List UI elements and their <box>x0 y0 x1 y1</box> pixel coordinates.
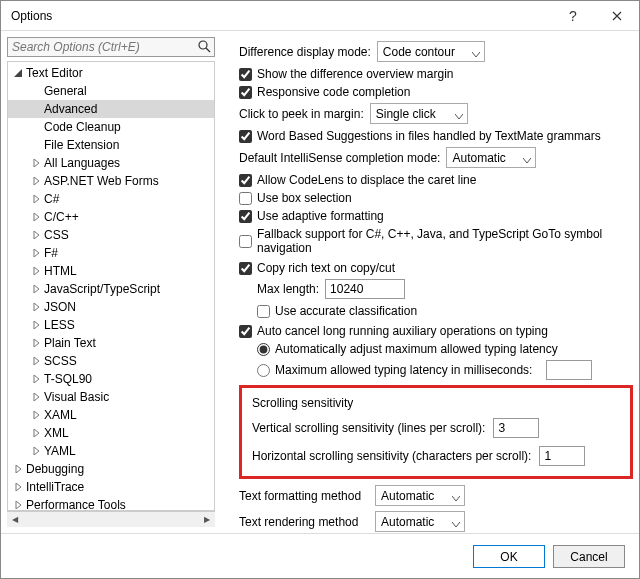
tree-node[interactable]: XML <box>8 424 214 442</box>
expand-icon[interactable] <box>30 157 42 169</box>
window-title: Options <box>11 9 551 23</box>
tree-node[interactable]: ASP.NET Web Forms <box>8 172 214 190</box>
collapse-icon[interactable] <box>12 67 24 79</box>
word-based-checkbox[interactable] <box>239 130 252 143</box>
chevron-down-icon <box>455 109 463 123</box>
tree-spacer <box>30 121 42 133</box>
tree-node[interactable]: HTML <box>8 262 214 280</box>
max-length-label: Max length: <box>257 282 319 296</box>
tree-node[interactable]: C# <box>8 190 214 208</box>
tree-node[interactable]: YAML <box>8 442 214 460</box>
expand-icon[interactable] <box>30 391 42 403</box>
expand-icon[interactable] <box>30 211 42 223</box>
click-peek-label: Click to peek in margin: <box>239 107 364 121</box>
scrolling-sensitivity-group: Scrolling sensitivity Vertical scrolling… <box>239 385 633 479</box>
tree-horizontal-scrollbar[interactable]: ◀ ▶ <box>7 511 215 527</box>
tree-node[interactable]: XAML <box>8 406 214 424</box>
tree-node-label: Advanced <box>44 102 97 116</box>
tree-node-label: All Languages <box>44 156 120 170</box>
max-length-input[interactable] <box>325 279 405 299</box>
tree-node-label: Code Cleanup <box>44 120 121 134</box>
adaptive-format-checkbox[interactable] <box>239 210 252 223</box>
tree-node-label: YAML <box>44 444 76 458</box>
tree-node[interactable]: Performance Tools <box>8 496 214 511</box>
intellisense-label: Default IntelliSense completion mode: <box>239 151 440 165</box>
tree-node[interactable]: F# <box>8 244 214 262</box>
close-button[interactable] <box>595 1 639 31</box>
tree-node[interactable]: JavaScript/TypeScript <box>8 280 214 298</box>
expand-icon[interactable] <box>30 193 42 205</box>
copy-rich-checkbox[interactable] <box>239 262 252 275</box>
tree-node[interactable]: LESS <box>8 316 214 334</box>
expand-icon[interactable] <box>30 175 42 187</box>
expand-icon[interactable] <box>30 265 42 277</box>
tree-node-label: JavaScript/TypeScript <box>44 282 160 296</box>
diff-mode-combo[interactable]: Code contour <box>377 41 485 62</box>
tree-node[interactable]: All Languages <box>8 154 214 172</box>
vscroll-label: Vertical scrolling sensitivity (lines pe… <box>252 421 485 435</box>
tree-node[interactable]: File Extension <box>8 136 214 154</box>
expand-icon[interactable] <box>30 247 42 259</box>
search-icon[interactable] <box>198 40 211 56</box>
expand-icon[interactable] <box>30 283 42 295</box>
chevron-down-icon <box>452 517 460 531</box>
expand-icon[interactable] <box>30 427 42 439</box>
hscroll-label: Horizontal scrolling sensitivity (charac… <box>252 449 531 463</box>
text-render-combo[interactable]: Automatic <box>375 511 465 532</box>
tree-spacer <box>30 103 42 115</box>
click-peek-combo[interactable]: Single click <box>370 103 468 124</box>
tree-node[interactable]: Text Editor <box>8 64 214 82</box>
tree-node[interactable]: C/C++ <box>8 208 214 226</box>
auto-cancel-checkbox[interactable] <box>239 325 252 338</box>
expand-icon[interactable] <box>12 499 24 511</box>
tree-node-label: C# <box>44 192 59 206</box>
tree-node-label: XAML <box>44 408 77 422</box>
hscroll-input[interactable] <box>539 446 585 466</box>
tree-node[interactable]: SCSS <box>8 352 214 370</box>
tree-node-label: SCSS <box>44 354 77 368</box>
expand-icon[interactable] <box>12 463 24 475</box>
expand-icon[interactable] <box>30 319 42 331</box>
tree-node-label: Debugging <box>26 462 84 476</box>
text-fmt-combo[interactable]: Automatic <box>375 485 465 506</box>
expand-icon[interactable] <box>12 481 24 493</box>
accurate-class-checkbox[interactable] <box>257 305 270 318</box>
expand-icon[interactable] <box>30 229 42 241</box>
cancel-button[interactable]: Cancel <box>553 545 625 568</box>
auto-adjust-radio[interactable] <box>257 343 270 356</box>
tree-node[interactable]: Debugging <box>8 460 214 478</box>
tree-node[interactable]: JSON <box>8 298 214 316</box>
ok-button[interactable]: OK <box>473 545 545 568</box>
options-tree[interactable]: Text EditorGeneralAdvancedCode CleanupFi… <box>7 61 215 511</box>
responsive-completion-checkbox[interactable] <box>239 86 252 99</box>
intellisense-combo[interactable]: Automatic <box>446 147 536 168</box>
tree-node[interactable]: Code Cleanup <box>8 118 214 136</box>
expand-icon[interactable] <box>30 337 42 349</box>
vscroll-input[interactable] <box>493 418 539 438</box>
help-button[interactable]: ? <box>551 1 595 31</box>
max-latency-radio[interactable] <box>257 364 270 377</box>
fallback-goto-checkbox[interactable] <box>239 235 252 248</box>
tree-node[interactable]: IntelliTrace <box>8 478 214 496</box>
tree-node[interactable]: Visual Basic <box>8 388 214 406</box>
tree-node-label: Text Editor <box>26 66 83 80</box>
expand-icon[interactable] <box>30 355 42 367</box>
tree-node[interactable]: Advanced <box>8 100 214 118</box>
show-diff-margin-checkbox[interactable] <box>239 68 252 81</box>
tree-node[interactable]: CSS <box>8 226 214 244</box>
tree-node-label: C/C++ <box>44 210 79 224</box>
max-latency-input[interactable] <box>546 360 592 380</box>
expand-icon[interactable] <box>30 373 42 385</box>
codelens-checkbox[interactable] <box>239 174 252 187</box>
expand-icon[interactable] <box>30 445 42 457</box>
scroll-left-icon[interactable]: ◀ <box>7 512 23 528</box>
tree-node[interactable]: T-SQL90 <box>8 370 214 388</box>
scroll-right-icon[interactable]: ▶ <box>199 512 215 528</box>
chevron-down-icon <box>452 491 460 505</box>
box-selection-checkbox[interactable] <box>239 192 252 205</box>
expand-icon[interactable] <box>30 301 42 313</box>
expand-icon[interactable] <box>30 409 42 421</box>
search-input[interactable] <box>7 37 215 57</box>
tree-node[interactable]: General <box>8 82 214 100</box>
tree-node[interactable]: Plain Text <box>8 334 214 352</box>
